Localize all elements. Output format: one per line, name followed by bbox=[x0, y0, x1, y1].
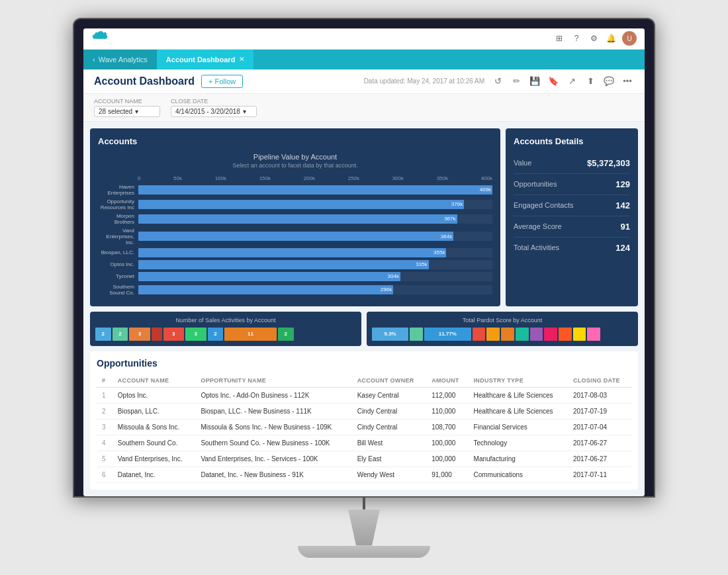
chart-subtitle: Select an account to facet data by that … bbox=[98, 162, 492, 169]
close-date-select[interactable]: 4/14/2015 - 3/20/2018 ▾ bbox=[171, 106, 257, 117]
account-name-select[interactable]: 28 selected ▾ bbox=[94, 106, 160, 117]
account-name-value: 28 selected bbox=[99, 108, 132, 115]
bar-chart: Haven Enterprises 409k Opportunity Resou… bbox=[98, 184, 492, 296]
bar-row: Tyconet 304k bbox=[98, 272, 492, 281]
opportunities-title: Opportunities bbox=[97, 358, 631, 369]
share-icon[interactable]: ↗ bbox=[565, 75, 578, 88]
monitor-bezel-bottom bbox=[363, 498, 365, 509]
detail-row-activities: Total Activities 124 bbox=[514, 238, 630, 258]
monitor-screen: ⊞ ? ⚙ 🔔 U ‹ Wave Analytics Account Dashb… bbox=[73, 18, 655, 498]
data-updated-text: Data updated: May 24, 2017 at 10:26 AM bbox=[364, 77, 484, 85]
page-header: Account Dashboard + Follow Data updated:… bbox=[83, 69, 645, 94]
question-icon[interactable]: ? bbox=[570, 32, 582, 44]
system-icons: ⊞ ? ⚙ 🔔 U bbox=[553, 31, 637, 46]
monitor-stand-neck bbox=[338, 509, 390, 546]
bar-row: Morpon Brothers 367k bbox=[98, 213, 492, 225]
detail-row-contacts: Engaged Contacts 142 bbox=[514, 195, 630, 216]
table-header: # ACCOUNT NAME OPPORTUNITY NAME ACCOUNT … bbox=[97, 374, 631, 388]
detail-row-score: Average Score 91 bbox=[514, 216, 630, 238]
pardot-score-title: Total Pardot Score by Account bbox=[372, 317, 633, 324]
tab-active-label: Account Dashboard bbox=[166, 56, 236, 64]
account-name-label: Account Name bbox=[94, 98, 160, 105]
toolbar-icons: ↺ ✏ 💾 🔖 ↗ ⬆ 💬 ••• bbox=[491, 75, 634, 88]
tab-bar: ‹ Wave Analytics Account Dashboard ✕ bbox=[83, 50, 645, 69]
col-header-account: ACCOUNT NAME bbox=[113, 374, 196, 388]
table-row: 6 Datanet, Inc. Datanet, Inc. - New Busi… bbox=[97, 466, 631, 482]
chart-x-axis: 0 50k 100k 150k 200k 250k 300k 350k 400k bbox=[98, 175, 492, 184]
chart-title: Pipeline Value by Account bbox=[98, 153, 492, 161]
system-bar: ⊞ ? ⚙ 🔔 U bbox=[83, 28, 645, 50]
bar-row: Southern Sound Co. 296k bbox=[98, 284, 492, 296]
salesforce-cloud-icon bbox=[91, 31, 115, 46]
more-icon[interactable]: ••• bbox=[621, 75, 634, 88]
tab-account-dashboard[interactable]: Account Dashboard ✕ bbox=[157, 50, 254, 69]
chat-icon[interactable]: 💬 bbox=[602, 75, 615, 88]
edit-icon[interactable]: ✏ bbox=[510, 75, 523, 88]
main-content: Accounts Pipeline Value by Account Selec… bbox=[83, 122, 645, 496]
detail-row-value: Value $5,372,303 bbox=[514, 153, 630, 174]
close-date-label: Close Date bbox=[171, 98, 257, 105]
tab-close-icon[interactable]: ✕ bbox=[239, 56, 244, 63]
col-header-owner: ACCOUNT OWNER bbox=[352, 374, 427, 388]
save-icon[interactable]: 💾 bbox=[528, 75, 541, 88]
salesforce-logo bbox=[91, 31, 115, 46]
pardot-score-blocks: 9.3% 11.77% bbox=[372, 328, 633, 341]
sales-activities-chart: Number of Sales Activities by Account 2 … bbox=[90, 312, 361, 346]
opportunities-table: # ACCOUNT NAME OPPORTUNITY NAME ACCOUNT … bbox=[97, 374, 631, 483]
chevron-down-icon-2: ▾ bbox=[243, 108, 246, 115]
table-row: 5 Vand Enterprises, Inc. Vand Enterprise… bbox=[97, 451, 631, 466]
bar-row: Vand Enterprises, Inc. 364k bbox=[98, 228, 492, 245]
bar-row: Haven Enterprises 409k bbox=[98, 184, 492, 196]
accounts-details-section: Accounts Details Value $5,372,303 Opport… bbox=[506, 128, 638, 306]
follow-label: + Follow bbox=[208, 77, 236, 85]
tab-home-label: Wave Analytics bbox=[99, 56, 148, 64]
bell-icon[interactable]: 🔔 bbox=[605, 32, 617, 44]
table-row: 1 Optos Inc. Optos Inc. - Add-On Busines… bbox=[97, 387, 631, 403]
bottom-charts: Number of Sales Activities by Account 2 … bbox=[90, 312, 638, 346]
col-header-num: # bbox=[97, 374, 113, 388]
undo-icon[interactable]: ↺ bbox=[491, 75, 504, 88]
detail-row-opportunities: Opportunities 129 bbox=[514, 174, 630, 195]
bookmark-icon[interactable]: 🔖 bbox=[547, 75, 560, 88]
col-header-opportunity: OPPORTUNITY NAME bbox=[195, 374, 351, 388]
table-body: 1 Optos Inc. Optos Inc. - Add-On Busines… bbox=[97, 387, 631, 482]
pardot-score-chart: Total Pardot Score by Account 9.3% 11.77… bbox=[367, 312, 638, 346]
close-date-filter: Close Date 4/14/2015 - 3/20/2018 ▾ bbox=[171, 98, 257, 117]
col-header-closing: CLOSING DATE bbox=[568, 374, 631, 388]
accounts-section-title: Accounts bbox=[98, 136, 492, 146]
accounts-chart-section: Accounts Pipeline Value by Account Selec… bbox=[90, 128, 500, 306]
sales-activities-title: Number of Sales Activities by Account bbox=[95, 317, 356, 324]
monitor-wrapper: ⊞ ? ⚙ 🔔 U ‹ Wave Analytics Account Dashb… bbox=[73, 18, 655, 558]
grid-icon[interactable]: ⊞ bbox=[553, 32, 565, 44]
gear-icon[interactable]: ⚙ bbox=[588, 32, 600, 44]
monitor-stand-base bbox=[298, 546, 430, 558]
page-header-left: Account Dashboard + Follow bbox=[94, 75, 243, 88]
close-date-value: 4/14/2015 - 3/20/2018 bbox=[175, 108, 240, 115]
upload-icon[interactable]: ⬆ bbox=[584, 75, 597, 88]
bar-row: Biospan, LLC. 355k bbox=[98, 248, 492, 257]
follow-button[interactable]: + Follow bbox=[201, 75, 243, 88]
back-arrow-icon: ‹ bbox=[93, 56, 95, 64]
bar-row: Opportunity Resources Inc 376k bbox=[98, 199, 492, 210]
sales-activities-blocks: 2 2 3 3 3 2 11 2 bbox=[95, 328, 356, 341]
account-name-filter: Account Name 28 selected ▾ bbox=[94, 98, 160, 117]
table-row: 4 Southern Sound Co. Southern Sound Co. … bbox=[97, 435, 631, 451]
accounts-panel: Accounts Pipeline Value by Account Selec… bbox=[90, 128, 638, 306]
avatar[interactable]: U bbox=[622, 31, 637, 46]
table-row: 3 Missoula & Sons Inc. Missoula & Sons I… bbox=[97, 419, 631, 435]
page-title: Account Dashboard bbox=[94, 75, 195, 87]
opportunities-section: Opportunities # ACCOUNT NAME OPPORTUNITY… bbox=[90, 351, 638, 490]
filters-bar: Account Name 28 selected ▾ Close Date 4/… bbox=[83, 94, 645, 122]
chevron-down-icon: ▾ bbox=[135, 108, 138, 115]
col-header-industry: INDUSTRY TYPE bbox=[469, 374, 568, 388]
col-header-amount: AMOUNT bbox=[426, 374, 468, 388]
bar-row: Optos Inc. 335k bbox=[98, 260, 492, 269]
page-header-right: Data updated: May 24, 2017 at 10:26 AM ↺… bbox=[364, 75, 634, 88]
accounts-details-title: Accounts Details bbox=[514, 136, 630, 146]
tab-wave-analytics[interactable]: ‹ Wave Analytics bbox=[83, 50, 157, 69]
screen-inner: ⊞ ? ⚙ 🔔 U ‹ Wave Analytics Account Dashb… bbox=[83, 28, 645, 496]
table-row: 2 Biospan, LLC. Biospan, LLC. - New Busi… bbox=[97, 403, 631, 419]
